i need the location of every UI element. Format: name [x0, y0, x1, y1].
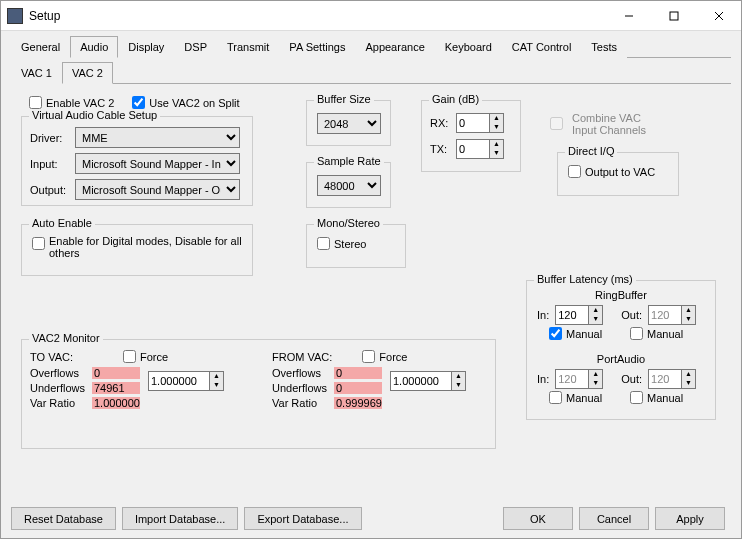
use-on-split-checkbox[interactable]: Use VAC2 on Split [132, 96, 239, 109]
from-overflows-value: 0 [334, 367, 382, 379]
port-in-manual-checkbox[interactable]: Manual [549, 391, 602, 404]
buffer-size-select[interactable]: 2048 [317, 113, 381, 134]
port-in-spinner[interactable]: ▲▼ [555, 369, 603, 389]
gain-tx-label: TX: [430, 143, 456, 155]
setup-window: Setup GeneralAudioDisplayDSPTransmitPA S… [0, 0, 742, 539]
apply-button[interactable]: Apply [655, 507, 725, 530]
app-icon [7, 8, 23, 24]
vac-setup-group: Virtual Audio Cable Setup Driver: MME In… [21, 116, 253, 206]
enable-vac2-checkbox[interactable]: Enable VAC 2 [29, 96, 114, 109]
ok-button[interactable]: OK [503, 507, 573, 530]
auto-enable-input[interactable] [32, 237, 45, 250]
output-to-vac-input[interactable] [568, 165, 581, 178]
tab-audio[interactable]: Audio [70, 36, 118, 58]
subtab-vac-1[interactable]: VAC 1 [11, 62, 62, 84]
stereo-checkbox[interactable]: Stereo [317, 237, 366, 250]
port-out-manual-checkbox[interactable]: Manual [630, 391, 683, 404]
export-database-button[interactable]: Export Database... [244, 507, 361, 530]
auto-enable-group: Auto Enable Enable for Digital modes, Di… [21, 224, 253, 276]
port-out-input [648, 369, 682, 389]
tab-display[interactable]: Display [118, 36, 174, 58]
tab-appearance[interactable]: Appearance [355, 36, 434, 58]
subtab-vac-2[interactable]: VAC 2 [62, 62, 113, 84]
gain-tx-input[interactable] [456, 139, 490, 159]
combine-vac-label2: Input Channels [572, 124, 646, 136]
to-varratio-value: 1.000000 [92, 397, 140, 409]
to-factor-input[interactable] [148, 371, 210, 391]
import-database-button[interactable]: Import Database... [122, 507, 239, 530]
ring-in-manual-checkbox[interactable]: Manual [549, 327, 602, 340]
gain-rx-label: RX: [430, 117, 456, 129]
tab-pane: Enable VAC 2 Use VAC2 on Split Virtual A… [11, 84, 731, 494]
enable-vac2-input[interactable] [29, 96, 42, 109]
tab-dsp[interactable]: DSP [174, 36, 217, 58]
spinner-buttons[interactable]: ▲▼ [490, 139, 504, 159]
buffer-size-legend: Buffer Size [314, 93, 374, 105]
auto-enable-checkbox[interactable]: Enable for Digital modes, Disable for al… [32, 235, 244, 259]
stereo-label: Stereo [334, 238, 366, 250]
port-in-label: In: [537, 373, 549, 385]
input-label: Input: [30, 158, 75, 170]
from-varratio-value: 0.999969 [334, 397, 382, 409]
buffer-latency-group: Buffer Latency (ms) RingBuffer In: ▲▼ Ou… [526, 280, 716, 420]
output-to-vac-checkbox[interactable]: Output to VAC [568, 165, 655, 178]
tab-keyboard[interactable]: Keyboard [435, 36, 502, 58]
tab-tests[interactable]: Tests [581, 36, 627, 58]
from-factor-spinner[interactable]: ▲▼ [390, 371, 492, 391]
titlebar: Setup [1, 1, 741, 31]
ring-out-manual-checkbox[interactable]: Manual [630, 327, 683, 340]
sample-rate-select[interactable]: 48000 [317, 175, 381, 196]
to-force-checkbox[interactable]: Force [123, 350, 168, 363]
use-on-split-label: Use VAC2 on Split [149, 97, 239, 109]
gain-tx-spinner[interactable]: ▲▼ [456, 139, 504, 159]
cancel-button[interactable]: Cancel [579, 507, 649, 530]
ring-in-spinner[interactable]: ▲▼ [555, 305, 603, 325]
combine-vac-label1: Combine VAC [572, 112, 646, 124]
ringbuffer-heading: RingBuffer [527, 289, 715, 301]
content: GeneralAudioDisplayDSPTransmitPA Setting… [1, 31, 741, 538]
input-select[interactable]: Microsoft Sound Mapper - Inp [75, 153, 240, 174]
footer-buttons: Reset Database Import Database... Export… [11, 507, 731, 530]
output-select[interactable]: Microsoft Sound Mapper - Ou [75, 179, 240, 200]
from-factor-input[interactable] [390, 371, 452, 391]
use-on-split-input[interactable] [132, 96, 145, 109]
portaudio-heading: PortAudio [527, 353, 715, 365]
ring-in-label: In: [537, 309, 549, 321]
ring-out-input [648, 305, 682, 325]
auto-enable-legend: Auto Enable [29, 217, 95, 229]
tab-general[interactable]: General [11, 36, 70, 58]
to-varratio-label: Var Ratio [30, 397, 92, 409]
ring-out-spinner[interactable]: ▲▼ [648, 305, 696, 325]
stereo-input[interactable] [317, 237, 330, 250]
tab-transmit[interactable]: Transmit [217, 36, 279, 58]
window-title: Setup [29, 9, 606, 23]
minimize-button[interactable] [606, 1, 651, 30]
gain-rx-input[interactable] [456, 113, 490, 133]
from-underflows-value: 0 [334, 382, 382, 394]
reset-database-button[interactable]: Reset Database [11, 507, 116, 530]
maximize-button[interactable] [651, 1, 696, 30]
close-button[interactable] [696, 1, 741, 30]
to-overflows-value: 0 [92, 367, 140, 379]
enable-vac2-label: Enable VAC 2 [46, 97, 114, 109]
driver-select[interactable]: MME [75, 127, 240, 148]
gain-legend: Gain (dB) [429, 93, 482, 105]
sample-rate-legend: Sample Rate [314, 155, 384, 167]
ring-in-input[interactable] [555, 305, 589, 325]
port-in-input [555, 369, 589, 389]
vac2-monitor-group: VAC2 Monitor TO VAC: Force Overflows 0 ▲… [21, 339, 496, 449]
to-underflows-label: Underflows [30, 382, 92, 394]
spinner-buttons[interactable]: ▲▼ [490, 113, 504, 133]
from-vac-label: FROM VAC: [272, 351, 332, 363]
tab-cat-control[interactable]: CAT Control [502, 36, 582, 58]
to-vac-label: TO VAC: [30, 351, 73, 363]
tab-strip: GeneralAudioDisplayDSPTransmitPA Setting… [11, 35, 731, 58]
port-out-spinner[interactable]: ▲▼ [648, 369, 696, 389]
to-factor-spinner[interactable]: ▲▼ [148, 371, 255, 391]
gain-group: Gain (dB) RX: ▲▼ TX: ▲▼ [421, 100, 521, 172]
tab-pa-settings[interactable]: PA Settings [279, 36, 355, 58]
driver-label: Driver: [30, 132, 75, 144]
from-force-checkbox[interactable]: Force [362, 350, 407, 363]
gain-rx-spinner[interactable]: ▲▼ [456, 113, 504, 133]
buffer-latency-legend: Buffer Latency (ms) [534, 273, 636, 285]
